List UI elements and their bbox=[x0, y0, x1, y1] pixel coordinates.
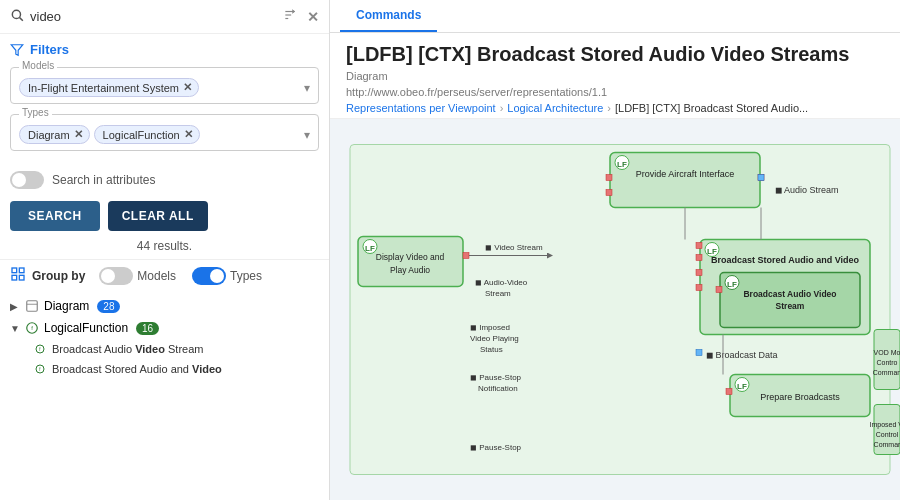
svg-text:Broadcast Audio Video: Broadcast Audio Video bbox=[743, 289, 836, 299]
filter-group-types: Types Diagram ✕ LogicalFunction ✕ ▾ bbox=[10, 114, 319, 151]
svg-rect-37 bbox=[716, 287, 722, 293]
svg-text:LF: LF bbox=[727, 280, 737, 289]
groupby-types-label: Types bbox=[230, 269, 262, 283]
filters-toggle[interactable]: Filters bbox=[10, 42, 319, 57]
svg-rect-32 bbox=[696, 285, 702, 291]
svg-text:◼ Pause-Stop: ◼ Pause-Stop bbox=[470, 443, 522, 452]
filter-types-label: Types bbox=[19, 107, 52, 118]
clear-all-button[interactable]: CLEAR ALL bbox=[108, 201, 208, 231]
tree-section: ▶ Diagram 28 ▼ f LogicalFunction 16 bbox=[0, 291, 329, 500]
filter-tag-ife-label: In-Flight Entertainment System bbox=[28, 82, 179, 94]
search-button[interactable]: SEARCH bbox=[10, 201, 100, 231]
svg-point-0 bbox=[12, 10, 20, 18]
diagram-header: [LDFB] [CTX] Broadcast Stored Audio Vide… bbox=[330, 33, 900, 119]
svg-rect-22 bbox=[606, 175, 612, 181]
left-panel: ✕ Filters Models In-Flight Entertainment… bbox=[0, 0, 330, 500]
breadcrumb-sep-0: › bbox=[500, 102, 504, 114]
search-icon bbox=[10, 8, 24, 25]
filter-tag-lf: LogicalFunction ✕ bbox=[94, 125, 200, 144]
svg-text:◼ Audio-Video: ◼ Audio-Video bbox=[475, 278, 528, 287]
svg-line-1 bbox=[20, 18, 23, 21]
svg-text:Broadcast Stored Audio and Vid: Broadcast Stored Audio and Video bbox=[711, 255, 860, 265]
breadcrumb: Representations per Viewpoint › Logical … bbox=[346, 102, 884, 114]
tree-item-1[interactable]: f Broadcast Audio Video Stream bbox=[4, 339, 325, 359]
breadcrumb-item-2: [LDFB] [CTX] Broadcast Stored Audio... bbox=[615, 102, 808, 114]
svg-text:f: f bbox=[39, 367, 41, 372]
diagram-type-text: Diagram bbox=[346, 70, 388, 82]
svg-text:LF: LF bbox=[617, 160, 627, 169]
svg-text:◼ Broadcast Data: ◼ Broadcast Data bbox=[706, 350, 778, 360]
filter-tag-diagram: Diagram ✕ bbox=[19, 125, 90, 144]
filter-models-dropdown[interactable]: ▾ bbox=[304, 81, 310, 95]
svg-text:Display Video and: Display Video and bbox=[376, 252, 445, 262]
diagram-badge: 28 bbox=[97, 300, 120, 313]
svg-text:VOD Mo: VOD Mo bbox=[874, 349, 900, 356]
svg-text:◼ Video Stream: ◼ Video Stream bbox=[485, 243, 543, 252]
svg-rect-9 bbox=[19, 275, 24, 280]
top-tabs: Commands bbox=[330, 0, 900, 33]
svg-text:Contro: Contro bbox=[876, 359, 897, 366]
groupby-types-toggle: Types bbox=[192, 267, 262, 285]
svg-text:Video Playing: Video Playing bbox=[470, 334, 519, 343]
svg-rect-7 bbox=[19, 268, 24, 273]
filter-tag-lf-remove[interactable]: ✕ bbox=[184, 128, 193, 141]
svg-text:LF: LF bbox=[737, 382, 747, 391]
filters-title-label: Filters bbox=[30, 42, 69, 57]
tree-item-2[interactable]: f Broadcast Stored Audio and Video bbox=[4, 359, 325, 379]
diagram-url: http://www.obeo.fr/perseus/server/repres… bbox=[346, 86, 884, 98]
groupby-row: Group by Models Types bbox=[0, 259, 329, 291]
svg-text:f: f bbox=[31, 325, 33, 331]
svg-text:LF: LF bbox=[365, 244, 375, 253]
tab-commands[interactable]: Commands bbox=[340, 0, 437, 32]
search-input[interactable] bbox=[30, 9, 277, 24]
lf-badge: 16 bbox=[136, 322, 159, 335]
node-provide-aircraft-label: Provide Aircraft Interface bbox=[636, 169, 735, 179]
svg-rect-6 bbox=[12, 268, 17, 273]
filter-tag-diagram-remove[interactable]: ✕ bbox=[74, 128, 83, 141]
tree-arrow-diagram: ▶ bbox=[10, 301, 20, 312]
svg-rect-45 bbox=[463, 253, 469, 259]
filters-section: Filters Models In-Flight Entertainment S… bbox=[0, 34, 329, 165]
svg-text:◼ Audio Stream: ◼ Audio Stream bbox=[775, 185, 839, 195]
search-attrs-row: Search in attributes bbox=[0, 165, 329, 195]
svg-text:Status: Status bbox=[480, 345, 503, 354]
tree-group-lf[interactable]: ▼ f LogicalFunction 16 bbox=[4, 317, 325, 339]
diagram-svg: LF Provide Aircraft Interface ◼ Audio St… bbox=[330, 119, 900, 500]
svg-rect-60 bbox=[726, 389, 732, 395]
diagram-type-icon bbox=[24, 298, 40, 314]
tree-arrow-lf: ▼ bbox=[10, 323, 20, 334]
breadcrumb-item-0[interactable]: Representations per Viewpoint bbox=[346, 102, 496, 114]
groupby-models-label: Models bbox=[137, 269, 176, 283]
filter-tag-ife-remove[interactable]: ✕ bbox=[183, 81, 192, 94]
svg-text:Comman: Comman bbox=[873, 369, 900, 376]
lf-type-icon: f bbox=[24, 320, 40, 336]
search-clear-icon[interactable]: ✕ bbox=[307, 9, 319, 25]
groupby-icon bbox=[10, 266, 26, 285]
svg-text:Prepare Broadcasts: Prepare Broadcasts bbox=[760, 392, 840, 402]
breadcrumb-item-1[interactable]: Logical Architecture bbox=[507, 102, 603, 114]
right-panel: Commands [LDFB] [CTX] Broadcast Stored A… bbox=[330, 0, 900, 500]
results-count: 44 results. bbox=[0, 237, 329, 259]
svg-rect-30 bbox=[696, 255, 702, 261]
filter-tag-diagram-label: Diagram bbox=[28, 129, 70, 141]
svg-marker-5 bbox=[11, 44, 23, 55]
groupby-types-switch[interactable] bbox=[192, 267, 226, 285]
content-area: [LDFB] [CTX] Broadcast Stored Audio Vide… bbox=[330, 33, 900, 500]
svg-text:◼ Pause-Stop: ◼ Pause-Stop bbox=[470, 373, 522, 382]
filter-types-dropdown[interactable]: ▾ bbox=[304, 128, 310, 142]
groupby-models-switch[interactable] bbox=[99, 267, 133, 285]
groupby-models-toggle: Models bbox=[99, 267, 176, 285]
svg-rect-19 bbox=[610, 153, 760, 208]
svg-rect-8 bbox=[12, 275, 17, 280]
search-attrs-label: Search in attributes bbox=[52, 173, 155, 187]
tree-group-diagram[interactable]: ▶ Diagram 28 bbox=[4, 295, 325, 317]
sort-icon[interactable] bbox=[283, 8, 297, 25]
action-buttons: SEARCH CLEAR ALL bbox=[0, 195, 329, 237]
svg-text:Imposed Vi: Imposed Vi bbox=[870, 421, 900, 429]
search-attrs-toggle[interactable] bbox=[10, 171, 44, 189]
filter-tag-ife: In-Flight Entertainment System ✕ bbox=[19, 78, 199, 97]
filter-models-tags: In-Flight Entertainment System ✕ ▾ bbox=[19, 74, 310, 97]
filter-types-tags: Diagram ✕ LogicalFunction ✕ ▾ bbox=[19, 121, 310, 144]
svg-text:Commar: Commar bbox=[874, 441, 900, 448]
diagram-subtitle: Diagram bbox=[346, 70, 884, 82]
